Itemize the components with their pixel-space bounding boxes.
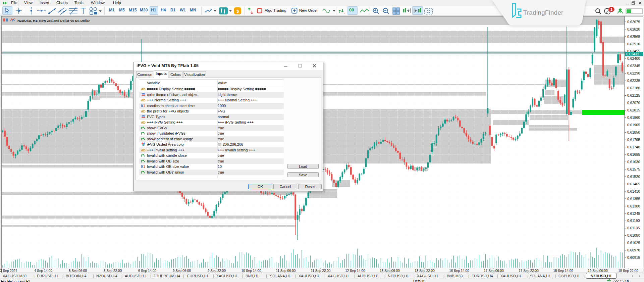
svg-text:0.62400: 0.62400	[627, 56, 640, 60]
svg-text:0.61190: 0.61190	[627, 219, 640, 223]
svg-text:0.62620: 0.62620	[627, 27, 640, 31]
svg-text:ab: ab	[141, 109, 146, 113]
svg-text:0.61740: 0.61740	[627, 145, 640, 149]
svg-text:TradingFinder: TradingFinder	[523, 9, 564, 16]
svg-text:0.61960: 0.61960	[627, 115, 640, 120]
svg-text:1: 1	[143, 104, 145, 108]
svg-text:9 Sep 06:00: 9 Sep 06:00	[173, 269, 191, 273]
svg-text:16 Sep 14:00: 16 Sep 14:00	[449, 269, 469, 273]
svg-text:0.61630: 0.61630	[627, 160, 640, 164]
svg-text:0.61795: 0.61795	[627, 138, 640, 142]
svg-text:0.61850: 0.61850	[627, 130, 640, 134]
svg-text:13 Sep 06:00: 13 Sep 06:00	[380, 269, 400, 273]
svg-text:17 Sep 06:00: 17 Sep 06:00	[484, 269, 504, 273]
svg-text:0.62675: 0.62675	[627, 20, 640, 24]
svg-text:9 Sep 22:00: 9 Sep 22:00	[208, 269, 226, 273]
svg-text:0.61410: 0.61410	[627, 189, 640, 193]
svg-text:0.62180: 0.62180	[627, 86, 640, 90]
svg-text:0.61520: 0.61520	[627, 175, 640, 179]
svg-text:0.61355: 0.61355	[627, 197, 640, 201]
svg-text:0.62125: 0.62125	[627, 93, 640, 97]
svg-text:0.62565: 0.62565	[627, 35, 640, 39]
svg-text:3 Sep 2024: 3 Sep 2024	[0, 269, 17, 273]
svg-text:0: 0	[141, 104, 143, 108]
svg-text:19 Sep 22:00: 19 Sep 22:00	[618, 269, 638, 273]
svg-text:0.62290: 0.62290	[627, 71, 640, 75]
svg-text:10 Sep 14:00: 10 Sep 14:00	[241, 269, 261, 273]
svg-text:0.60970: 0.60970	[627, 248, 640, 252]
svg-text:ab: ab	[141, 148, 146, 152]
svg-text:0.62510: 0.62510	[627, 42, 640, 46]
svg-text:0.60915: 0.60915	[627, 255, 640, 260]
svg-text:0.62015: 0.62015	[627, 108, 640, 112]
svg-text:11 Sep 22:00: 11 Sep 22:00	[311, 269, 331, 273]
svg-text:5 Sep 22:00: 5 Sep 22:00	[104, 269, 122, 273]
svg-text:18 Sep 14:00: 18 Sep 14:00	[553, 269, 573, 273]
svg-text:12 Sep 14:00: 12 Sep 14:00	[345, 269, 365, 273]
svg-text:0.62432: 0.62432	[626, 52, 639, 56]
svg-text:ab: ab	[141, 120, 146, 124]
svg-text:0.61300: 0.61300	[627, 204, 640, 208]
svg-text:6 Sep 14:00: 6 Sep 14:00	[138, 269, 156, 273]
svg-text:0: 0	[141, 164, 143, 169]
svg-text:1: 1	[610, 7, 612, 11]
svg-text:4 Sep 14:00: 4 Sep 14:00	[34, 269, 52, 273]
svg-text:0.61465: 0.61465	[627, 182, 640, 186]
svg-text:0.61685: 0.61685	[627, 152, 640, 156]
svg-text:19 Sep 06:00: 19 Sep 06:00	[588, 269, 608, 273]
svg-text:1: 1	[143, 164, 145, 169]
svg-text:0.61080: 0.61080	[627, 233, 640, 237]
svg-text:0.62235: 0.62235	[627, 79, 640, 83]
svg-text:0.61245: 0.61245	[627, 211, 640, 216]
svg-text:0.61905: 0.61905	[627, 123, 640, 127]
svg-text:17 Sep 22:00: 17 Sep 22:00	[519, 269, 539, 273]
svg-text:0.61135: 0.61135	[627, 226, 640, 230]
svg-text:NZDUSD, H1: New Zealand Dolla: NZDUSD, H1: New Zealand Dollar vs US Dol…	[17, 19, 90, 22]
svg-text:0.62345: 0.62345	[627, 64, 640, 68]
svg-text:0.61575: 0.61575	[627, 167, 640, 171]
svg-text:0.61025: 0.61025	[627, 241, 640, 245]
svg-text:ab: ab	[141, 98, 146, 102]
svg-text:$: $	[236, 9, 239, 14]
svg-text:0.62070: 0.62070	[627, 101, 640, 105]
svg-text:11 Sep 06:00: 11 Sep 06:00	[276, 269, 296, 273]
svg-text:13 Sep 22:00: 13 Sep 22:00	[415, 269, 435, 273]
svg-text:ab: ab	[141, 87, 146, 91]
svg-text:5 Sep 06:00: 5 Sep 06:00	[69, 269, 87, 273]
